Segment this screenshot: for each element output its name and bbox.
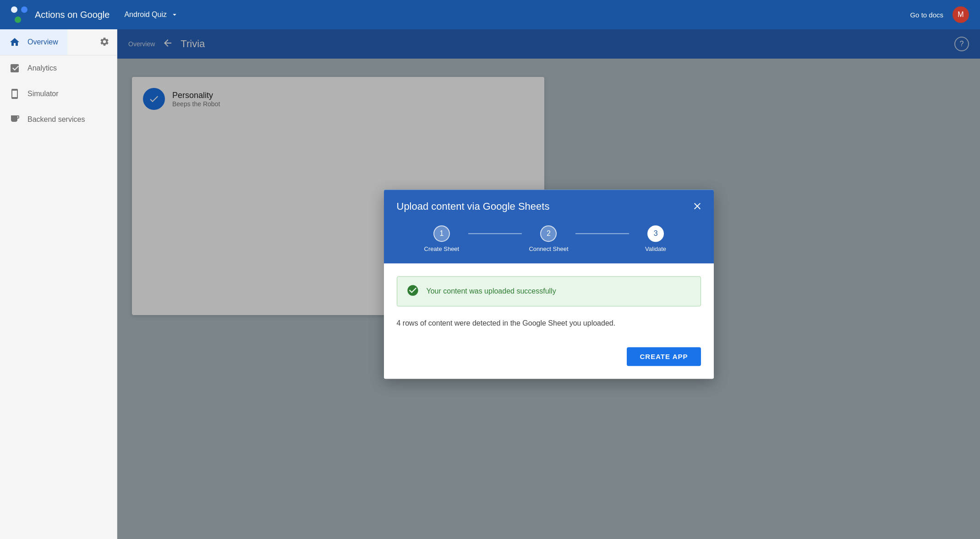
step-connector-1 <box>468 233 522 234</box>
app-title: Actions on Google <box>35 10 109 20</box>
analytics-icon <box>9 63 20 74</box>
sidebar-label-backend-services: Backend services <box>27 115 85 124</box>
steps-indicator: 1 Create Sheet 2 Connect Sheet 3 Vali <box>397 225 701 263</box>
success-message: Your content was uploaded successfully <box>427 287 556 295</box>
sidebar-label-simulator: Simulator <box>27 90 59 98</box>
sidebar-item-backend-services[interactable]: Backend services <box>0 107 117 132</box>
chevron-down-icon <box>170 11 179 19</box>
sidebar-label-analytics: Analytics <box>27 64 57 72</box>
sidebar-item-overview[interactable]: Overview <box>0 29 67 55</box>
project-selector[interactable]: Android Quiz <box>124 11 179 19</box>
home-icon <box>9 37 20 48</box>
step-1-label: Create Sheet <box>424 245 460 252</box>
project-name: Android Quiz <box>124 11 167 19</box>
content-info-text: 4 rows of content were detected in the G… <box>397 317 701 329</box>
step-1-number: 1 <box>439 229 443 238</box>
gear-icon <box>99 37 109 47</box>
create-app-button[interactable]: CREATE APP <box>627 347 701 366</box>
close-icon <box>692 201 703 212</box>
step-2-number: 2 <box>547 229 551 238</box>
upload-dialog: Upload content via Google Sheets 1 Creat… <box>384 190 714 379</box>
step-2: 2 Connect Sheet <box>522 225 575 252</box>
step-3-number: 3 <box>654 229 658 238</box>
sidebar-item-simulator[interactable]: Simulator <box>0 81 117 107</box>
dialog-title: Upload content via Google Sheets <box>397 201 701 212</box>
step-3-circle: 3 <box>647 225 664 242</box>
success-banner: Your content was uploaded successfully <box>397 276 701 306</box>
step-3: 3 Validate <box>629 225 683 252</box>
dialog-actions: CREATE APP <box>397 347 701 366</box>
settings-button[interactable] <box>92 29 117 56</box>
simulator-icon <box>9 88 20 99</box>
go-to-docs-link[interactable]: Go to docs <box>910 11 943 19</box>
sidebar: Overview Analytics Simulator Backend ser… <box>0 29 117 539</box>
dialog-header: Upload content via Google Sheets 1 Creat… <box>384 190 714 263</box>
main-content: Overview Trivia ? Personality Beeps the … <box>117 29 980 539</box>
step-2-label: Connect Sheet <box>529 245 568 252</box>
sidebar-label-overview: Overview <box>27 38 58 46</box>
success-icon <box>406 284 419 299</box>
close-button[interactable] <box>690 199 705 213</box>
step-connector-2 <box>575 233 629 234</box>
step-1-circle: 1 <box>433 225 450 242</box>
topbar: Actions on Google Android Quiz Go to doc… <box>0 0 980 29</box>
step-2-circle: 2 <box>540 225 557 242</box>
avatar[interactable]: M <box>953 6 969 23</box>
step-3-label: Validate <box>645 245 666 252</box>
check-circle-icon <box>406 284 419 297</box>
sidebar-item-analytics[interactable]: Analytics <box>0 55 117 81</box>
logo <box>11 6 27 23</box>
step-1: 1 Create Sheet <box>415 225 469 252</box>
backend-icon <box>9 114 20 125</box>
dialog-body: Your content was uploaded successfully 4… <box>384 263 714 379</box>
